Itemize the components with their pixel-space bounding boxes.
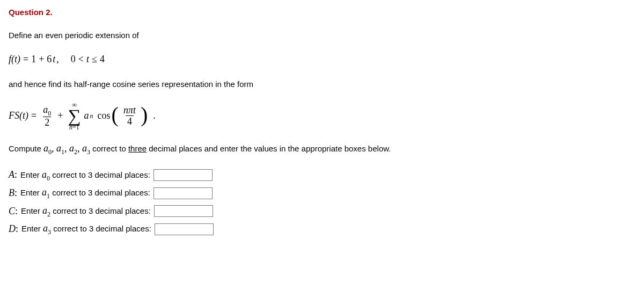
four-cond: 4 bbox=[100, 52, 105, 67]
compute-suffix: decimal places and enter the values in t… bbox=[147, 144, 391, 153]
a0-over-2: a0 2 bbox=[41, 105, 53, 128]
an-sub: n bbox=[90, 111, 93, 121]
intro-text-1: Define an even periodic extension of bbox=[9, 30, 635, 42]
npi-t-over-4: nπt 4 bbox=[122, 105, 137, 126]
cos: cos bbox=[98, 108, 111, 123]
le: ≤ bbox=[90, 52, 99, 67]
answer-row-d: D: Enter a3 correct to 3 decimal places: bbox=[9, 221, 635, 237]
answer-row-a: A: Enter a0 correct to 3 decimal places: bbox=[9, 168, 635, 183]
answer-text-a: Enter a0 correct to 3 decimal places: bbox=[20, 168, 150, 183]
label-a: A: bbox=[9, 168, 17, 182]
f-of-t: f(t) bbox=[9, 52, 20, 67]
plus: + bbox=[37, 52, 46, 67]
sum-eq1: =1 bbox=[72, 124, 79, 131]
lparen-icon: ( bbox=[112, 106, 119, 124]
label-d: D: bbox=[9, 222, 18, 236]
label-b: B: bbox=[9, 186, 17, 200]
three-underlined: three bbox=[128, 144, 147, 153]
sigma-icon: ∑ bbox=[68, 108, 80, 125]
a2i: a bbox=[69, 143, 74, 154]
label-c: C: bbox=[9, 204, 18, 219]
four-den: 4 bbox=[126, 115, 134, 126]
compute-prefix: Compute bbox=[9, 144, 43, 153]
summation: ∞ ∑ n=1 bbox=[68, 102, 80, 131]
plus2: + bbox=[56, 108, 64, 123]
answer-text-b: Enter a1 correct to 3 decimal places: bbox=[20, 185, 150, 201]
fourier-series-formula: FS(t) = a0 2 + ∞ ∑ n=1 an cos ( nπt 4 ) … bbox=[9, 102, 635, 131]
compute-mid: correct to bbox=[92, 144, 128, 153]
a0-a: a bbox=[43, 104, 48, 115]
fs-lhs: FS(t) bbox=[9, 108, 28, 123]
lt: < bbox=[77, 52, 85, 67]
equals: = bbox=[21, 52, 30, 67]
answer-row-c: C: Enter a2 correct to 3 decimal places: bbox=[9, 204, 635, 219]
period: . bbox=[153, 108, 156, 123]
rparen-icon: ) bbox=[141, 106, 148, 124]
question-title: Question 2. bbox=[9, 6, 635, 19]
input-a3[interactable] bbox=[155, 223, 214, 235]
input-a0[interactable] bbox=[153, 169, 213, 181]
answer-text-d: Enter a3 correct to 3 decimal places: bbox=[21, 221, 151, 237]
compute-instruction: Compute a0, a1, a2, a3 correct to three … bbox=[9, 141, 635, 157]
answer-row-b: B: Enter a1 correct to 3 decimal places: bbox=[9, 185, 635, 201]
input-a1[interactable] bbox=[153, 187, 213, 199]
answer-text-c: Enter a2 correct to 3 decimal places: bbox=[21, 204, 151, 219]
npi-num: nπt bbox=[122, 105, 137, 115]
a3i: a bbox=[82, 143, 87, 154]
a0is: 0 bbox=[48, 148, 52, 156]
coef-6: 6 bbox=[47, 52, 52, 67]
var-t: t bbox=[53, 52, 55, 67]
a2is: 2 bbox=[74, 148, 77, 156]
a1i: a bbox=[56, 143, 61, 154]
answer-section: A: Enter a0 correct to 3 decimal places:… bbox=[9, 168, 635, 237]
eq2: = bbox=[30, 108, 38, 123]
zero: 0 bbox=[71, 52, 76, 67]
const-1: 1 bbox=[31, 52, 36, 67]
a0-den: 2 bbox=[43, 117, 51, 127]
a0i: a bbox=[43, 143, 48, 154]
input-a2[interactable] bbox=[154, 205, 213, 217]
a0-sub: 0 bbox=[48, 109, 51, 117]
an-a: a bbox=[84, 108, 89, 123]
a1is: 1 bbox=[61, 148, 64, 156]
a3is: 3 bbox=[87, 148, 90, 156]
t-cond: t bbox=[86, 52, 89, 67]
comma: , bbox=[56, 52, 59, 67]
function-definition: f(t) = 1 + 6 t , 0 < t ≤ 4 bbox=[9, 52, 635, 67]
intro-text-2: and hence find its half-range cosine ser… bbox=[9, 78, 635, 91]
